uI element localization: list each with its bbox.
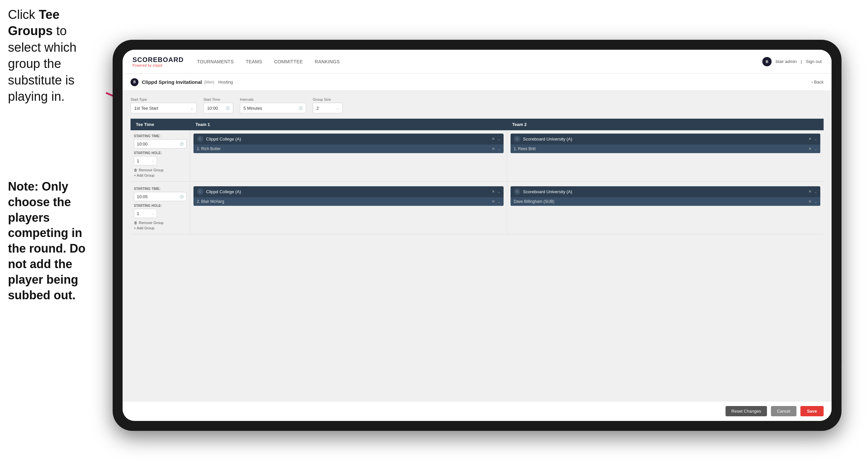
group-2-team1-actions: ✕ ⌄: [492, 189, 500, 194]
group-1-start-time-input[interactable]: 10:00 🕐: [134, 139, 187, 148]
tournament-name: Clippd Spring Invitational: [142, 79, 202, 85]
note-area: Note: Only choose the players competing …: [0, 179, 109, 303]
tablet: SCOREBOARD Powered by clippd TOURNAMENTS…: [113, 40, 841, 431]
group-size-group: Group Size 2 ⌄: [313, 97, 343, 113]
group-2-team1-header: C Clippd College (A) ✕ ⌄: [193, 186, 503, 197]
group-1-team2-chevron[interactable]: ⌄: [814, 137, 817, 141]
nav-tournaments[interactable]: TOURNAMENTS: [197, 59, 234, 64]
nav-right: B blair admin | Sign out: [762, 57, 822, 66]
group-2-team1-name: Clippd College (A): [206, 189, 489, 194]
group-2-start-time-label: STARTING TIME:: [134, 187, 187, 191]
group-1-team1-card: C Clippd College (A) ✕ ⌄ 1. Rich Butler …: [193, 134, 503, 153]
group-2-team2-player-name-0: Dave Billingham (SUB): [514, 199, 806, 204]
nav-items: TOURNAMENTS TEAMS COMMITTEE RANKINGS: [197, 59, 762, 64]
logo-sub: Powered by clippd: [132, 64, 184, 67]
instruction-bold-tee-groups: Tee Groups: [8, 8, 60, 38]
start-type-input[interactable]: 1st Tee Start ⌄: [130, 103, 197, 113]
start-time-value: 10:00: [207, 106, 218, 111]
main-content: Start Type 1st Tee Start ⌄ Start Time 10…: [123, 91, 832, 401]
intervals-value: 5 Minutes: [244, 106, 262, 111]
save-button[interactable]: Save: [800, 406, 824, 416]
intervals-label: Intervals: [240, 97, 306, 101]
group-1-team1-player-remove-0[interactable]: ✕: [492, 146, 495, 151]
start-type-label: Start Type: [130, 97, 197, 101]
instruction-main-text: Click Tee Groups to select which group t…: [8, 7, 98, 105]
group-2-team1-player-remove-0[interactable]: ✕: [492, 199, 495, 204]
group-1-team1-player-name-0: 1. Rich Butler: [197, 146, 489, 151]
start-time-input[interactable]: 10:00 🕐: [204, 103, 233, 113]
start-time-icon: 🕐: [226, 107, 229, 110]
nav-teams[interactable]: TEAMS: [246, 59, 262, 64]
group-2-team1-remove[interactable]: ✕: [492, 189, 495, 194]
group-2-team1-avatar: C: [197, 188, 204, 195]
sub-header-avatar: B: [130, 78, 138, 86]
group-1-left: STARTING TIME: 10:00 🕐 STARTING HOLE: 1 …: [130, 130, 190, 181]
nav-rankings[interactable]: RANKINGS: [315, 59, 340, 64]
nav-separator: |: [801, 59, 802, 64]
group-2-team2-player-remove-0[interactable]: ✕: [808, 199, 812, 204]
group-1-add-btn[interactable]: + Add Group: [134, 173, 187, 177]
group-1-team2-remove[interactable]: ✕: [808, 137, 812, 141]
cancel-button[interactable]: Cancel: [771, 406, 796, 416]
group-1-start-time-label: STARTING TIME:: [134, 134, 187, 138]
group-2-team1-player-0: 2. Blair McHarg ✕ ⌄: [193, 197, 503, 206]
back-link[interactable]: ‹ Back: [811, 80, 824, 85]
group-size-input[interactable]: 2 ⌄: [313, 103, 343, 113]
group-1-right: C Clippd College (A) ✕ ⌄ 1. Rich Butler …: [190, 130, 824, 181]
group-1-remove-btn[interactable]: 🗑 Remove Group: [134, 168, 187, 172]
group-1-team2-avatar: S: [514, 136, 521, 142]
group-2-add-btn[interactable]: + Add Group: [134, 226, 187, 230]
group-2-team2-col: S Scoreboard University (A) ✕ ⌄ Dave Bil…: [507, 183, 824, 234]
instruction-area: Click Tee Groups to select which group t…: [0, 0, 106, 111]
group-2-team2-header: S Scoreboard University (A) ✕ ⌄: [510, 186, 820, 197]
start-time-group: Start Time 10:00 🕐: [204, 97, 233, 113]
start-type-value: 1st Tee Start: [134, 106, 158, 111]
navbar: SCOREBOARD Powered by clippd TOURNAMENTS…: [123, 50, 832, 74]
group-1-hole-input[interactable]: 1 ⌄: [134, 156, 157, 166]
group-2-team1-chevron[interactable]: ⌄: [498, 190, 500, 194]
group-2-team1-player-name-0: 2. Blair McHarg: [197, 199, 489, 204]
group-1-team1-col: C Clippd College (A) ✕ ⌄ 1. Rich Butler …: [190, 130, 507, 181]
group-1-team1-header: C Clippd College (A) ✕ ⌄: [193, 134, 503, 144]
group-2-team2-remove[interactable]: ✕: [808, 189, 812, 194]
group-2-start-time-input[interactable]: 10:05 🕐: [134, 192, 187, 201]
nav-username: blair admin: [776, 59, 797, 64]
group-2-team2-chevron[interactable]: ⌄: [814, 190, 817, 194]
group-2-team2-player-chevron-0[interactable]: ⌄: [814, 200, 817, 204]
group-2-remove-btn[interactable]: 🗑 Remove Group: [134, 221, 187, 225]
intervals-icon: 🕐: [299, 107, 303, 110]
start-type-group: Start Type 1st Tee Start ⌄: [130, 97, 197, 113]
reset-changes-button[interactable]: Reset Changes: [725, 406, 767, 416]
group-2-hole-input[interactable]: 1 ⌄: [134, 209, 157, 218]
note-text: Note: Only choose the players competing …: [8, 179, 101, 303]
intervals-group: Intervals 5 Minutes 🕐: [240, 97, 306, 113]
group-2-team1-player-chevron-0[interactable]: ⌄: [498, 200, 500, 204]
group-1-team2-player-0: 1. Rees Britt ✕ ⌄: [510, 144, 820, 153]
group-2-hole-label: STARTING HOLE:: [134, 204, 187, 207]
group-row-1: STARTING TIME: 10:00 🕐 STARTING HOLE: 1 …: [130, 130, 824, 182]
group-1-team2-player-remove-0[interactable]: ✕: [808, 146, 812, 151]
group-size-value: 2: [316, 106, 319, 111]
nav-committee[interactable]: COMMITTEE: [274, 59, 303, 64]
group-size-chevron: ⌄: [336, 107, 339, 110]
intervals-input[interactable]: 5 Minutes 🕐: [240, 103, 306, 113]
group-1-team1-player-chevron-0[interactable]: ⌄: [498, 147, 500, 151]
nav-avatar: B: [762, 57, 772, 66]
group-1-team2-player-chevron-0[interactable]: ⌄: [814, 147, 817, 151]
group-1-team2-card: S Scoreboard University (A) ✕ ⌄ 1. Rees …: [510, 134, 820, 153]
hosting-badge: Hosting: [218, 80, 233, 85]
group-1-team1-name: Clippd College (A): [206, 137, 489, 142]
group-size-label: Group Size: [313, 97, 343, 101]
group-1-team1-remove[interactable]: ✕: [492, 137, 495, 141]
group-2-team2-player-0: Dave Billingham (SUB) ✕ ⌄: [510, 197, 820, 206]
group-1-team2-actions: ✕ ⌄: [808, 137, 817, 141]
sub-header: B Clippd Spring Invitational (Men) Hosti…: [123, 74, 832, 91]
group-1-team1-chevron[interactable]: ⌄: [498, 137, 500, 141]
table-header: Tee Time Team 1 Team 2: [130, 119, 824, 130]
settings-row: Start Type 1st Tee Start ⌄ Start Time 10…: [130, 97, 824, 113]
logo-area: SCOREBOARD Powered by clippd: [132, 56, 184, 67]
group-1-hole-label: STARTING HOLE:: [134, 151, 187, 155]
group-2-team2-card: S Scoreboard University (A) ✕ ⌄ Dave Bil…: [510, 186, 820, 206]
nav-signout[interactable]: Sign out: [806, 59, 822, 64]
group-2-team2-actions: ✕ ⌄: [808, 189, 817, 194]
